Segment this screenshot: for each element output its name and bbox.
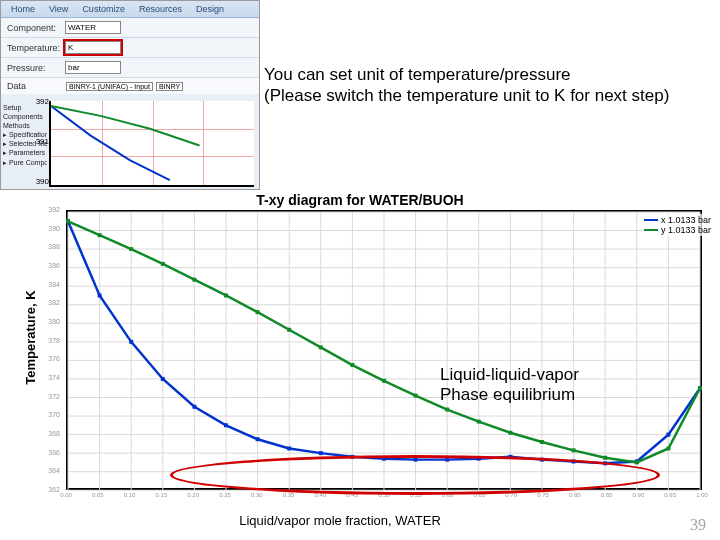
mini-y-tick: 392 [36,97,51,106]
svg-rect-78 [698,386,702,390]
x-tick: 0.90 [633,492,645,498]
x-tick: 0.95 [664,492,676,498]
svg-rect-44 [287,447,291,451]
annotation-line: Liquid-liquid-vapor [440,365,579,385]
svg-rect-69 [414,394,418,398]
x-tick: 0.10 [124,492,136,498]
tree-item[interactable]: ▸ Pure Components [3,158,47,167]
aspen-ribbon-screenshot: Home View Customize Resources Design Com… [0,0,260,190]
instruction-note: You can set unit of temperature/pressure… [260,62,710,109]
x-tick: 0.35 [283,492,295,498]
component-dropdown[interactable]: WATER [65,21,121,34]
y-tick: 380 [48,318,60,325]
tree-item[interactable]: Components [3,112,47,121]
y-tick: 378 [48,337,60,344]
x-tick: 0.00 [60,492,72,498]
legend-row: y 1.0133 bar [644,225,712,235]
x-tick: 1.00 [696,492,708,498]
note-line: You can set unit of temperature/pressure [264,64,706,85]
data-label: Data [7,81,63,91]
y-tick: 366 [48,449,60,456]
svg-rect-75 [603,456,607,460]
ribbon-tab[interactable]: View [45,3,72,15]
highlight-ellipse [170,455,660,495]
svg-rect-62 [192,278,196,282]
svg-rect-72 [508,431,512,435]
y-tick: 362 [48,486,60,493]
ribbon-tab[interactable]: Home [7,3,39,15]
pressure-label: Pressure: [7,63,63,73]
svg-rect-45 [319,451,323,455]
data-tab[interactable]: BINRY-1 (UNIFAC) - Input [66,82,153,91]
x-tick: 0.75 [537,492,549,498]
y-tick: 390 [48,225,60,232]
chart-svg [68,212,700,490]
svg-rect-67 [350,363,354,367]
note-line: (Please switch the temperature unit to K… [264,85,706,106]
y-tick: 386 [48,262,60,269]
temperature-label: Temperature: [7,43,63,53]
svg-rect-40 [161,377,165,381]
svg-rect-38 [98,293,102,297]
legend-row: x 1.0133 bar [644,215,712,225]
svg-rect-74 [572,448,576,452]
svg-rect-64 [256,310,260,314]
svg-rect-39 [129,340,133,344]
y-tick: 388 [48,243,60,250]
x-tick: 0.85 [601,492,613,498]
legend-swatch-blue [644,219,658,221]
svg-rect-63 [224,293,228,297]
svg-rect-71 [477,420,481,424]
x-tick: 0.05 [92,492,104,498]
txy-chart [66,210,702,490]
tree-item[interactable]: Methods [3,121,47,130]
x-axis-label: Liquid/vapor mole fraction, WATER [0,513,680,528]
pressure-row: Pressure: bar [1,58,259,78]
mini-plot: 392 391 390 [49,101,254,187]
component-label: Component: [7,23,63,33]
svg-rect-61 [161,262,165,266]
mini-y-tick: 390 [36,177,51,186]
svg-rect-68 [382,379,386,383]
chart-title: T-xy diagram for WATER/BUOH [0,192,720,208]
data-tabs-row: Data BINRY-1 (UNIFAC) - Input BINRY [1,78,259,94]
x-tick: 0.30 [251,492,263,498]
y-tick: 392 [48,206,60,213]
y-ticks-container: 3623643663683703723743763783803823843863… [0,210,64,490]
legend-label: x 1.0133 bar [661,215,711,225]
y-tick: 374 [48,374,60,381]
svg-rect-58 [66,219,70,223]
legend-label: y 1.0133 bar [661,225,711,235]
y-tick: 376 [48,355,60,362]
ribbon-tab[interactable]: Design [192,3,228,15]
legend-swatch-green [644,229,658,231]
y-tick: 384 [48,281,60,288]
tree-item[interactable]: ▸ Parameters [3,148,47,157]
legend: x 1.0133 bar y 1.0133 bar [642,214,714,236]
x-tick: 0.15 [156,492,168,498]
svg-rect-76 [635,460,639,464]
mini-y-tick: 391 [36,137,51,146]
svg-rect-42 [224,423,228,427]
annotation-line: Phase equilibrium [440,385,579,405]
ribbon-tab[interactable]: Customize [78,3,129,15]
ribbon-tab[interactable]: Resources [135,3,186,15]
svg-rect-56 [666,433,670,437]
component-row: Component: WATER [1,18,259,38]
svg-rect-41 [192,405,196,409]
slide-number: 39 [690,516,706,534]
y-tick: 368 [48,430,60,437]
temperature-dropdown[interactable]: K [65,41,121,54]
svg-rect-65 [287,328,291,332]
phase-annotation: Liquid-liquid-vapor Phase equilibrium [440,365,579,404]
temperature-row: Temperature: K [1,38,259,58]
x-tick: 0.20 [187,492,199,498]
pressure-dropdown[interactable]: bar [65,61,121,74]
svg-rect-66 [319,345,323,349]
y-tick: 372 [48,393,60,400]
simulation-tree: Setup Components Methods ▸ Specification… [3,103,47,167]
svg-rect-73 [540,440,544,444]
x-tick: 0.80 [569,492,581,498]
data-tab[interactable]: BINRY [156,82,183,91]
svg-rect-59 [98,233,102,237]
